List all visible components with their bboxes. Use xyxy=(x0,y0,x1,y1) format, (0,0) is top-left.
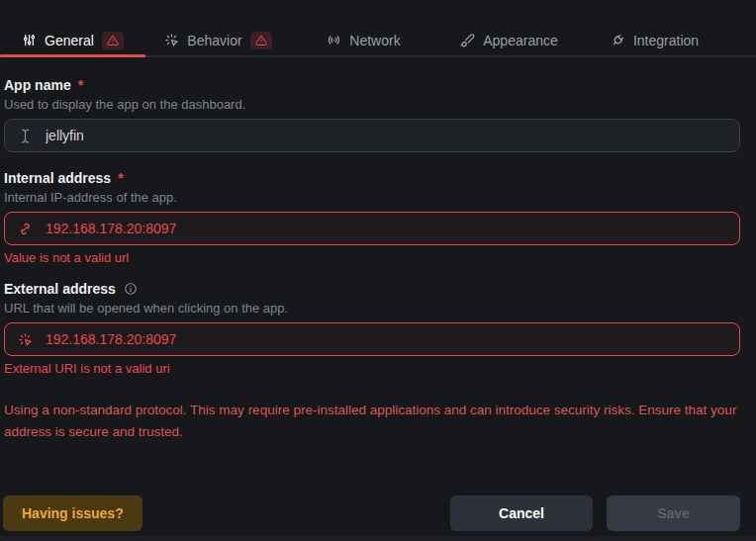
broadcast-icon xyxy=(327,33,341,47)
tab-label: Network xyxy=(349,33,400,48)
text-cursor-icon xyxy=(18,129,33,143)
active-tab-underline xyxy=(0,54,145,57)
external-address-field-group: External address URL that will be opened… xyxy=(4,281,740,376)
tab-label: Behavior xyxy=(187,33,241,48)
tab-behavior[interactable]: Behavior xyxy=(145,25,291,55)
external-address-input-box xyxy=(4,322,740,356)
internal-address-error: Value is not a valid url xyxy=(4,250,740,265)
app-name-input-box xyxy=(4,119,740,152)
bottom-edge-strip xyxy=(0,536,756,541)
external-address-label: External address xyxy=(4,281,740,297)
field-label-text: Internal address xyxy=(4,170,111,186)
internal-address-input-box xyxy=(4,212,740,245)
tab-label: Integration xyxy=(633,33,699,48)
tab-general[interactable]: General xyxy=(0,25,145,55)
info-icon[interactable] xyxy=(124,282,138,296)
protocol-warning-message: Using a non-standard protocol. This may … xyxy=(4,400,740,443)
sliders-icon xyxy=(22,33,37,47)
having-issues-button[interactable]: Having issues? xyxy=(3,496,142,531)
app-name-label: App name * xyxy=(4,77,740,93)
general-settings-form: App name * Used to display the app on th… xyxy=(0,57,756,443)
required-asterisk: * xyxy=(118,170,123,186)
internal-address-label: Internal address * xyxy=(4,170,740,186)
app-name-input[interactable] xyxy=(46,128,726,143)
field-label-text: External address xyxy=(4,281,116,297)
internal-address-description: Internal IP-address of the app. xyxy=(4,190,740,205)
tab-appearance[interactable]: Appearance xyxy=(436,25,582,55)
external-address-description: URL that will be opened when clicking on… xyxy=(4,301,740,316)
link-icon xyxy=(18,222,33,236)
pointer-click-icon xyxy=(164,33,179,47)
app-name-description: Used to display the app on the dashboard… xyxy=(4,97,740,112)
external-address-error: External URI is not a valid uri xyxy=(4,361,740,376)
field-label-text: App name xyxy=(4,77,71,93)
save-button[interactable]: Save xyxy=(607,496,740,531)
tab-network[interactable]: Network xyxy=(291,25,436,55)
tab-integration[interactable]: Integration xyxy=(582,25,727,55)
paintbrush-icon xyxy=(460,33,475,47)
required-asterisk: * xyxy=(78,77,83,93)
cancel-button[interactable]: Cancel xyxy=(450,496,593,531)
tab-label: General xyxy=(45,33,94,48)
warning-triangle-badge xyxy=(102,32,124,49)
plug-icon xyxy=(611,33,625,47)
external-address-input[interactable] xyxy=(46,331,726,347)
internal-address-field-group: Internal address * Internal IP-address o… xyxy=(4,170,740,265)
pointer-click-icon xyxy=(18,332,33,347)
tab-label: Appearance xyxy=(483,33,558,48)
warning-triangle-badge xyxy=(250,32,272,49)
tab-bar: General Behavior xyxy=(0,25,756,57)
internal-address-input[interactable] xyxy=(46,221,726,236)
app-name-field-group: App name * Used to display the app on th… xyxy=(4,77,740,152)
dialog-footer: Having issues? Cancel Save xyxy=(3,496,740,531)
